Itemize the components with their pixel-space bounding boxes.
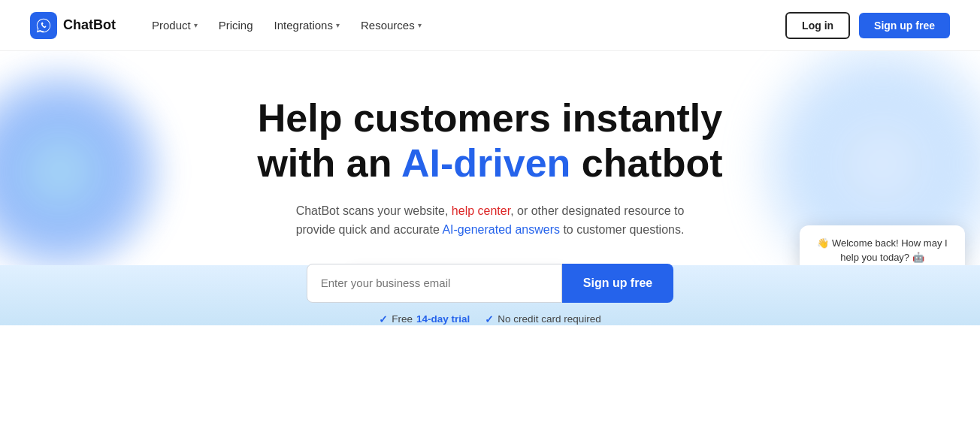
- product-chevron-icon: ▾: [194, 21, 198, 29]
- resources-chevron-icon: ▾: [418, 21, 422, 29]
- nav-product[interactable]: Product ▾: [143, 13, 207, 38]
- perks-row: ✓ Free 14-day trial ✓ No credit card req…: [379, 313, 600, 325]
- nav-pricing[interactable]: Pricing: [210, 13, 262, 38]
- perk-trial: ✓ Free 14-day trial: [379, 313, 470, 325]
- nav-left: ChatBot Product ▾ Pricing Integrations ▾…: [30, 12, 431, 39]
- nav-right: Log in Sign up free: [785, 12, 950, 39]
- email-signup-row: Sign up free: [307, 264, 673, 303]
- nav-integrations[interactable]: Integrations ▾: [265, 13, 349, 38]
- navbar: ChatBot Product ▾ Pricing Integrations ▾…: [0, 0, 980, 51]
- nav-resources[interactable]: Resources ▾: [352, 13, 431, 38]
- hero-section: Help customers instantly with an AI-driv…: [0, 51, 980, 325]
- perk-no-card: ✓ No credit card required: [485, 313, 600, 325]
- chatbot-icon: [35, 17, 52, 34]
- nav-links: Product ▾ Pricing Integrations ▾ Resourc…: [143, 13, 431, 38]
- logo[interactable]: ChatBot: [30, 12, 116, 39]
- hero-title: Help customers instantly with an AI-driv…: [257, 96, 722, 186]
- blob-left-decoration: [0, 66, 165, 276]
- signup-nav-button[interactable]: Sign up free: [859, 13, 950, 38]
- email-input[interactable]: [307, 264, 562, 303]
- logo-text: ChatBot: [63, 17, 116, 33]
- integrations-chevron-icon: ▾: [336, 21, 340, 29]
- logo-icon: [30, 12, 57, 39]
- hero-subtitle: ChatBot scans your website, help center,…: [280, 201, 700, 240]
- signup-hero-button[interactable]: Sign up free: [562, 264, 673, 303]
- login-button[interactable]: Log in: [785, 12, 850, 39]
- chat-popup-text: 👋 Welcome back! How may I help you today…: [817, 237, 947, 264]
